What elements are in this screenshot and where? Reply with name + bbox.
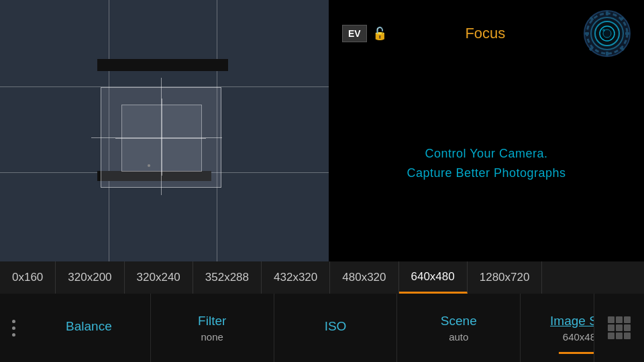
svg-rect-9 (585, 32, 589, 35)
menu-dot-1 (12, 320, 15, 323)
grid-icon (608, 316, 631, 339)
toolbar-item-label-filter: Filter (198, 314, 226, 328)
lock-icon: 🔓 (372, 26, 387, 41)
grid-cell (616, 316, 623, 323)
res-item-352x288[interactable]: 352x288 (193, 261, 262, 294)
camera-logo (584, 10, 631, 57)
toolbar-item-balance[interactable]: Balance (28, 294, 151, 362)
toolbar-item-label-iso: ISO (325, 319, 347, 334)
svg-point-6 (602, 29, 605, 32)
res-item-640x480[interactable]: 640x480 (399, 261, 468, 294)
focus-box (101, 87, 221, 188)
ev-area[interactable]: EV 🔓 (342, 25, 387, 42)
svg-rect-7 (606, 11, 608, 15)
res-item-320x240[interactable]: 320x240 (125, 261, 193, 294)
menu-dot-3 (12, 333, 15, 337)
res-item-1280x720[interactable]: 1280x720 (468, 261, 543, 294)
toolbar-item-label-scene: Scene (441, 314, 477, 328)
grid-cell (624, 316, 631, 323)
toolbar-item-filter[interactable]: Filternone (151, 294, 274, 362)
toolbar: BalanceFilternoneISOSceneautoImage Size6… (0, 294, 644, 362)
toolbar-item-value-scene: auto (449, 331, 468, 343)
svg-rect-8 (606, 52, 608, 56)
menu-dot-2 (12, 326, 15, 330)
toolbar-item-label-balance: Balance (66, 319, 112, 334)
menu-button[interactable] (0, 320, 28, 337)
res-item-480x320[interactable]: 480x320 (330, 261, 398, 294)
grid-cell (608, 324, 614, 331)
camera-viewfinder[interactable] (0, 0, 329, 261)
grid-cell (608, 333, 614, 339)
ev-box[interactable]: EV (342, 25, 367, 42)
grid-cell (624, 324, 631, 331)
grid-view-button[interactable] (594, 294, 644, 362)
tagline-line2: Capture Better Photographs (407, 164, 566, 183)
black-bar-top (97, 59, 228, 71)
tagline-line1: Control Your Camera. (407, 144, 566, 164)
grid-cell (616, 324, 623, 331)
toolbar-item-scene[interactable]: Sceneauto (397, 294, 521, 362)
info-panel: EV 🔓 Focus (329, 0, 644, 261)
focus-label: Focus (387, 25, 584, 42)
grid-cell (624, 333, 631, 339)
focus-box-inner (121, 105, 202, 172)
res-item-320x200[interactable]: 320x200 (56, 261, 124, 294)
grid-cell (616, 333, 623, 339)
res-item-0x160[interactable]: 0x160 (0, 261, 56, 294)
crosshair-v-inner (162, 99, 162, 176)
svg-rect-10 (625, 32, 629, 35)
grid-cell (608, 316, 614, 323)
tagline: Control Your Camera. Capture Better Phot… (407, 144, 566, 183)
resolution-bar: 0x160320x200320x240352x288432x320480x320… (0, 261, 644, 294)
res-item-432x320[interactable]: 432x320 (262, 261, 330, 294)
indicator-dot (148, 164, 150, 167)
toolbar-item-value-filter: none (201, 331, 223, 343)
info-top-row: EV 🔓 Focus (329, 3, 644, 64)
toolbar-item-iso[interactable]: ISO (274, 294, 398, 362)
crosshair-h-inner (115, 138, 206, 139)
